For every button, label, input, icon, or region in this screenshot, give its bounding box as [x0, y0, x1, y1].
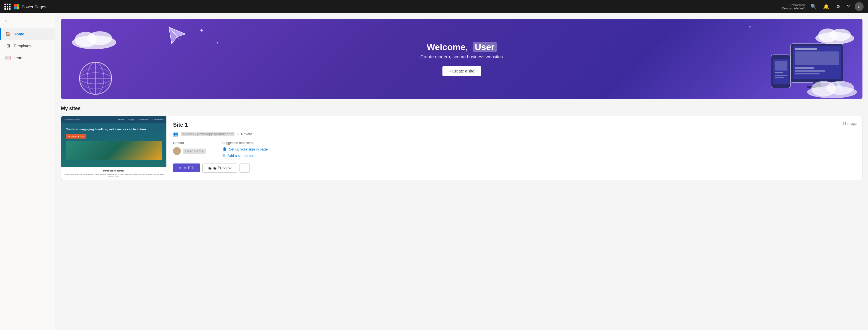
svg-point-31 — [807, 86, 857, 98]
add-form-icon: ⊞ — [222, 154, 225, 158]
notifications-icon[interactable]: 🔔 — [822, 2, 831, 11]
site-privacy-badge: – — [237, 132, 239, 136]
site-preview-thumbnail: Company name Home Pages Contact us More … — [61, 116, 166, 180]
more-options-button[interactable]: ... — [240, 163, 250, 173]
app-name: Power Pages — [22, 4, 46, 9]
hero-username: User — [473, 42, 497, 52]
preview-icon: ◉ — [208, 166, 212, 170]
site-name: Site 1 — [173, 122, 856, 128]
site-privacy-label: Private — [241, 132, 252, 136]
preview-cta-button: Apply an action — [66, 134, 86, 139]
preview-company-name: Company name — [64, 119, 80, 121]
svg-marker-27 — [837, 82, 843, 92]
svg-point-4 — [87, 62, 104, 94]
preview-intro-text: Create a short paragraph that shows your… — [63, 173, 164, 178]
preview-button[interactable]: ◉ ◉ Preview — [203, 163, 237, 173]
topbar: Power Pages Environment Contoso (default… — [0, 0, 868, 13]
user-avatar[interactable]: U — [855, 2, 864, 11]
next-step-sign-in[interactable]: 👤 Set up your sign in page — [222, 147, 268, 151]
more-icon: ... — [243, 166, 246, 170]
preview-intro-section: Introduction section Create a short para… — [61, 167, 166, 180]
hero-subtitle: Create modern, secure business websites — [421, 55, 503, 60]
edit-icon: ✏ — [179, 166, 182, 170]
creator-section: Creator User Name — [173, 141, 206, 158]
creator-info: User Name — [173, 147, 206, 155]
svg-marker-9 — [169, 27, 186, 37]
svg-rect-20 — [807, 86, 827, 88]
site-timestamp: 33 m ago — [843, 122, 857, 126]
main-layout: ≡ 🏠 Home ⊞ Templates 📖 Learn — [0, 13, 868, 330]
svg-point-5 — [80, 73, 112, 84]
hero-welcome-title: Welcome, User — [421, 42, 503, 52]
sidebar-item-templates[interactable]: ⊞ Templates — [0, 40, 55, 52]
svg-rect-25 — [775, 75, 787, 76]
learn-icon: 📖 — [5, 55, 11, 60]
svg-rect-21 — [771, 55, 790, 88]
svg-rect-18 — [795, 73, 819, 74]
sidebar-item-learn[interactable]: 📖 Learn — [0, 52, 55, 64]
svg-rect-26 — [775, 77, 784, 78]
preview-hero-image — [66, 141, 162, 160]
sidebar-item-templates-label: Templates — [13, 44, 31, 48]
hero-banner: ✦ ✦ ✦ — [61, 19, 863, 99]
home-icon: 🏠 — [5, 31, 11, 36]
site-url: xxxxxxxx.powerappsportals.com — [181, 132, 235, 136]
svg-point-6 — [80, 68, 112, 89]
svg-rect-13 — [793, 46, 841, 79]
next-step-add-form[interactable]: ⊞ Add a simple form — [222, 154, 268, 158]
svg-point-33 — [827, 81, 854, 95]
svg-point-29 — [818, 29, 838, 42]
creator-avatar — [173, 147, 181, 155]
preview-intro-title: Introduction section — [63, 170, 164, 172]
search-environments-icon[interactable]: 🔍 — [809, 2, 818, 11]
settings-icon[interactable]: ⚙ — [834, 2, 842, 11]
site-meta-row: Creator User Name Suggested next steps 👤 — [173, 141, 856, 158]
templates-icon: ⊞ — [5, 43, 11, 48]
help-icon[interactable]: ? — [845, 2, 851, 11]
waffle-button[interactable] — [4, 4, 10, 10]
svg-point-1 — [75, 32, 97, 47]
svg-point-28 — [815, 32, 854, 44]
creator-label: Creator — [173, 141, 206, 145]
ms-logo: Power Pages — [14, 4, 46, 9]
site-info-panel: 33 m ago Site 1 👥 xxxxxxxx.powerappsport… — [166, 116, 862, 180]
site-actions: ✏ ✏ Edit ◉ ◉ Preview ... — [173, 163, 856, 173]
svg-marker-10 — [169, 27, 177, 44]
site-card: Company name Home Pages Contact us More … — [61, 116, 863, 180]
svg-point-30 — [830, 29, 851, 41]
environment-value: Contoso (default) — [782, 7, 805, 10]
next-steps-label: Suggested next steps — [222, 141, 268, 145]
svg-rect-12 — [790, 44, 843, 82]
preview-nav-contact: Contact us — [138, 119, 149, 121]
main-content: ✦ ✦ ✦ — [55, 13, 868, 330]
preview-nav-more: More Items — [153, 119, 164, 121]
preview-nav-home: Home — [118, 119, 124, 121]
preview-headline: Create an engaging headline, welcome, or… — [66, 127, 162, 131]
svg-rect-16 — [795, 67, 814, 69]
edit-label: ✏ Edit — [184, 166, 195, 170]
sidebar-hamburger-button[interactable]: ≡ — [0, 15, 55, 27]
sign-in-icon: 👤 — [222, 147, 227, 151]
svg-point-3 — [80, 62, 112, 94]
site-url-row: 👥 xxxxxxxx.powerappsportals.com – Privat… — [173, 131, 856, 137]
my-sites-section: My sites Company name Home Pages Contact… — [55, 99, 868, 187]
svg-line-11 — [177, 37, 181, 41]
svg-rect-14 — [795, 48, 817, 50]
preview-label: ◉ Preview — [213, 166, 231, 170]
preview-nav-bar: Company name Home Pages Contact us More … — [61, 116, 166, 123]
next-steps-section: Suggested next steps 👤 Set up your sign … — [222, 141, 268, 158]
environment-selector[interactable]: Environment Contoso (default) — [782, 4, 805, 10]
svg-rect-17 — [795, 70, 825, 72]
edit-button[interactable]: ✏ ✏ Edit — [173, 163, 200, 172]
sidebar-item-learn-label: Learn — [13, 56, 24, 60]
my-sites-title: My sites — [61, 106, 863, 111]
sidebar-item-home[interactable]: 🏠 Home — [0, 28, 55, 40]
svg-point-32 — [811, 81, 836, 97]
creator-name: User Name — [183, 148, 206, 154]
svg-rect-24 — [775, 72, 783, 73]
create-site-button[interactable]: + Create a site — [442, 66, 481, 76]
svg-rect-19 — [813, 82, 821, 87]
svg-point-0 — [72, 35, 116, 49]
svg-rect-22 — [773, 59, 789, 84]
hero-content: Welcome, User Create modern, secure busi… — [421, 42, 503, 76]
